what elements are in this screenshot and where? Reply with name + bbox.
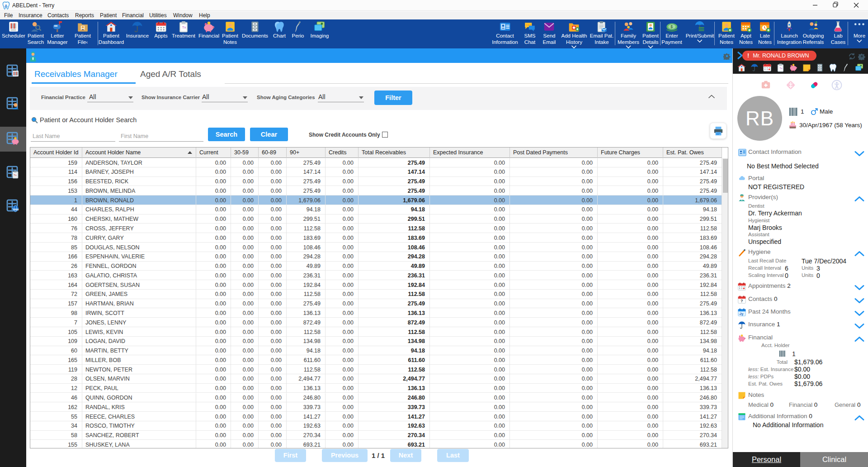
svg-text:www: www	[13, 208, 19, 211]
svg-text:Tx: Tx	[779, 67, 782, 70]
svg-text:$: $	[670, 24, 673, 29]
svg-text:Tx: Tx	[14, 174, 17, 176]
svg-text:Tx: Tx	[182, 25, 186, 29]
svg-text:A: A	[5, 3, 8, 8]
svg-text:?: ?	[741, 299, 743, 303]
svg-text:-2y: -2y	[739, 312, 743, 316]
